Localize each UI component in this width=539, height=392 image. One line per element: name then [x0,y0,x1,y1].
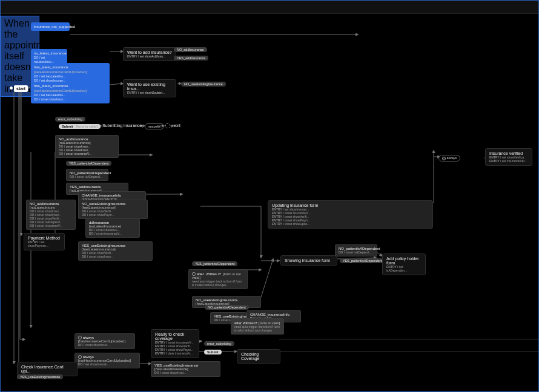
box-always-2[interactable]: always [notHasInsuranceCardUploaded] DO … [74,353,140,368]
box-no-add[interactable]: NO_addInsurance [noLatestInsurance] DO /… [55,135,119,158]
pill-submit[interactable]: Submit [form is valid] [59,124,101,129]
state-add-policy[interactable]: Add policy holder form ENTRY / set isADe… [382,253,426,275]
state-submitting[interactable]: Submitting insurance [102,123,142,128]
pill-no-patient-dep2[interactable]: NO_patientIsADependent [205,305,249,310]
state-want-use[interactable]: Want to use existing insur... ENTRY / se… [123,79,176,97]
exit-label: exit [174,123,180,128]
pill-error-submitting[interactable]: error_submitting [55,117,85,122]
pill-yes-patient-dep[interactable]: YES_patientIsADependent [66,161,111,166]
box-yes-use[interactable]: YES_useExistingInsurance [hasLatestInsur… [78,241,153,261]
exit-target [165,123,170,128]
state-ready[interactable]: Ready to check coverage ENTRY / unset in… [151,329,199,358]
box-no-patient-dep[interactable]: NO_patientIsADependent DO / unset isADep… [66,169,108,181]
start-node[interactable]: start [14,85,28,92]
pill-no-add[interactable]: NO_addInsurance [174,47,207,52]
box-after-200[interactable]: after 200ms ⟳ [form is valid] need auto-… [231,318,284,335]
node-has-latest-2[interactable]: has_latest_insurance [setHasInsuranceCar… [31,82,110,103]
pill-yes-patient-dep2[interactable]: YES_patientIsADependent [192,261,237,266]
box-always-1[interactable]: always [hasInsuranceCardUploaded] DO / u… [74,333,135,349]
pill-submit2[interactable]: Submit [204,350,222,354]
state-checking[interactable]: Checking Coverage [237,349,280,364]
label: insurance_not_supported [34,24,67,29]
pill-yes-patient-right[interactable]: YES_patientIsADependent [340,258,385,263]
state-want-add[interactable]: Want to add insurance? ENTRY / set showA… [123,47,176,61]
start-dot [10,87,13,90]
box-no-patient-right[interactable]: NO_patientIsADependent DO / unset isADep… [335,244,377,256]
pill-always3[interactable]: always [438,155,460,162]
box-no-save[interactable]: NO_saveExistingInsurance [hasLatestInsur… [78,200,148,219]
pill-yes-add[interactable]: YES_addInsurance [174,56,208,60]
node-insurance-not-supported[interactable]: insurance_not_supported [31,22,70,31]
pill-error-sub2[interactable]: error_submitting [204,341,234,346]
pill-no-use[interactable]: NO_useExistingInsurance [181,82,226,87]
pill-yes-use-existing[interactable]: YES_useExistingInsurance [17,374,63,379]
box-left-no-add[interactable]: NO_addInsurance [noLatestInsura DO / uns… [26,200,76,230]
box-yes-use-has[interactable]: YES_useExistingInsurance [hasLatestInsur… [151,361,220,377]
state-updating[interactable]: Updating insurance form ENTRY / set show… [268,200,433,229]
state-showing-form[interactable]: Showing insurance form [280,255,337,266]
pill-success[interactable]: success [145,123,164,129]
state-payment[interactable]: Payment Method ENTRY / set showPaymen... [24,233,65,250]
box-after-250[interactable]: after 250ms ⟳ [form is not valid] need a… [188,269,248,289]
state-verified[interactable]: Insurance verified ENTRY / set showVerif… [485,148,532,166]
box-dd-insurance[interactable]: ddInsurance [noLatestInsurance] DO / uns… [85,218,140,238]
